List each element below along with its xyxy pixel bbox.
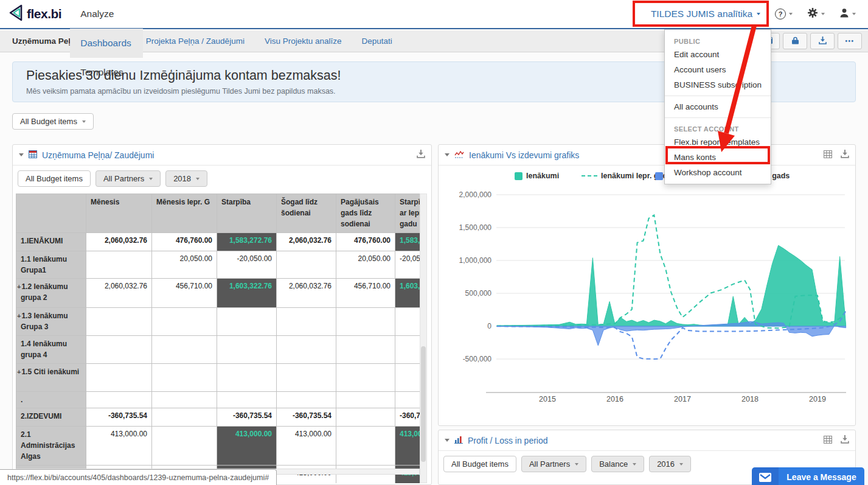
help-menu[interactable]: ?: [775, 9, 793, 19]
more-actions-button[interactable]: •••: [838, 33, 862, 49]
status-url-tooltip: https://flex.bi/bi/accounts/405/dashboar…: [0, 469, 277, 485]
vertical-scrollbar[interactable]: [420, 194, 427, 483]
user-menu[interactable]: [839, 8, 856, 20]
settings-menu[interactable]: [807, 7, 825, 21]
table-cell: 456,710.00: [152, 279, 217, 308]
expand-icon[interactable]: +: [17, 368, 21, 375]
table-cell: -360,735.54: [217, 408, 277, 427]
pl-table-wrap: MēnesisMēnesis Iepr. GStarpībaŠogad līdz…: [16, 194, 420, 483]
collapse-chevron-icon[interactable]: [445, 439, 450, 442]
column-header-ogad-l-dz-odienai: Šogad līdz šodienai: [277, 194, 336, 233]
export-dashboard-button[interactable]: [810, 33, 835, 49]
pl-table-filters: All Budget itemsAll Partners2018: [13, 166, 431, 192]
chart-panel-header: Ienākumi Vs izdevumi grafiks: [439, 145, 855, 166]
download-icon[interactable]: [841, 150, 849, 161]
user-icon: [839, 8, 849, 20]
table-cell: 476,760.00: [152, 233, 217, 251]
x-axis-label: 2019: [809, 395, 826, 403]
table-cell: [336, 427, 395, 466]
menu-item-business-subscription[interactable]: BUSINESS subscription: [665, 77, 771, 92]
collapse-chevron-icon[interactable]: [445, 153, 450, 156]
y-axis-label: 0: [487, 322, 491, 330]
table-cell: [86, 392, 152, 408]
tab-visu-projektu-anal-ze[interactable]: Visu Projektu analīze: [265, 37, 342, 46]
x-axis-label: 2015: [539, 395, 556, 403]
profit-filter-all-budget-items[interactable]: All Budget items: [443, 456, 516, 472]
account-switcher[interactable]: TILDES JUMIS analītika: [651, 9, 760, 19]
download-icon[interactable]: [417, 150, 425, 161]
table-row-1-ien-kumi: 1.IENĀKUMI2,060,032.76476,760.001,583,27…: [16, 233, 420, 251]
profit-filter-balance[interactable]: Balance: [591, 456, 644, 472]
menu-item-workshop-account[interactable]: Workshop account: [665, 165, 771, 180]
pl-table-panel-title[interactable]: Uzņēmuma Peļņa/ Zaudējumi: [42, 150, 154, 160]
caret-down-icon: [789, 13, 793, 15]
nav-item-dashboards[interactable]: Dashboards: [70, 29, 143, 58]
table-cell: -360,735.54: [277, 408, 336, 427]
x-axis-label: 2016: [606, 395, 623, 403]
table-cell: [277, 308, 336, 336]
global-budget-items-filter[interactable]: All Budget items: [12, 113, 94, 130]
table-cell: 1,583,272.76: [395, 233, 420, 251]
table-cell: [336, 336, 395, 364]
pl-table-filter-all-partners[interactable]: All Partners: [95, 170, 161, 187]
table-cell: 2,060,032.76: [86, 279, 152, 308]
legend-item-ien-kumi[interactable]: Ienākumi: [515, 172, 559, 180]
column-header-pag-ju-ais-gads-l-dz-sodienai: Pagājušais gads līdz sodienai: [336, 194, 395, 233]
table-cell: [152, 308, 217, 336]
y-axis-label: 1,000,000: [459, 256, 492, 265]
profit-filter-all-partners[interactable]: All Partners: [521, 456, 586, 472]
table-cell: -20,050.00: [395, 251, 420, 279]
pl-table-filter-all-budget-items[interactable]: All Budget items: [18, 170, 91, 187]
nav-item-analyze[interactable]: Analyze: [70, 0, 143, 29]
tab-deputati[interactable]: Deputati: [361, 37, 392, 46]
menu-item-flex-bi-report-templates[interactable]: Flex.bi report templates: [665, 134, 771, 150]
table-cell: 1,603,322.76: [217, 279, 277, 308]
y-axis-label: 1,500,000: [459, 223, 492, 232]
pl-table-panel-header: Uzņēmuma Peļņa/ Zaudējumi: [13, 145, 431, 166]
column-header-m-nesis-iepr-g: Mēnesis Iepr. G: [152, 194, 217, 233]
gear-icon: [807, 7, 818, 21]
table-cell: 2,060,032.76: [86, 233, 152, 251]
bar-chart-icon: [454, 435, 463, 446]
chart-panel-title[interactable]: Ienākumi Vs izdevumi grafiks: [469, 150, 579, 160]
expand-icon[interactable]: +: [17, 283, 21, 290]
filter-label: All Partners: [103, 174, 144, 183]
row-header: 1.IENĀKUMI: [16, 233, 86, 251]
menu-item-all-accounts[interactable]: All accounts: [665, 99, 771, 114]
caret-down-icon: [575, 463, 578, 466]
filter-label: All Partners: [529, 459, 570, 469]
expand-icon[interactable]: +: [17, 312, 21, 319]
table-view-icon[interactable]: [824, 435, 832, 446]
menu-item-edit-account[interactable]: Edit account: [665, 47, 771, 62]
caret-down-icon: [633, 463, 636, 466]
column-header-starp-ba-ar-iepr-gadu: Starpība ar Iepr. gadu: [395, 194, 420, 233]
table-view-icon[interactable]: [824, 150, 832, 161]
profit-filter-2016[interactable]: 2016: [649, 456, 691, 472]
download-icon: [819, 37, 827, 46]
table-row-1-3-ien-kumu-grupa-3: +1.3 Ienākumu Grupa 3: [16, 308, 420, 336]
flexbi-logo[interactable]: flex.bi: [0, 4, 70, 24]
lock-dashboard-button[interactable]: [783, 33, 807, 49]
pl-table-filter-2018[interactable]: 2018: [165, 170, 207, 187]
tab-projekta-pe-a-zaud-jumi[interactable]: Projekta Peļņa / Zaudējumi: [146, 37, 245, 46]
table-cell: [277, 251, 336, 279]
menu-item-mans-konts[interactable]: Mans konts: [665, 150, 771, 165]
menu-divider: [665, 117, 771, 118]
leave-message-button[interactable]: Leave a Message: [752, 467, 864, 485]
pl-table-panel: Uzņēmuma Peļņa/ Zaudējumi All Budget ite…: [12, 144, 432, 485]
row-header: +1.5 Citi ienākumi: [16, 364, 86, 392]
vertical-scrollbar-thumb[interactable]: [421, 346, 426, 462]
line-chart-icon: [454, 150, 464, 161]
menu-item-account-users[interactable]: Account users: [665, 62, 771, 77]
caret-down-icon: [82, 120, 86, 123]
table-row-1-2-ien-kumu-grupa-2: +1.2 Ienākumu grupa 22,060,032.76456,710…: [16, 279, 420, 308]
account-name: TILDES JUMIS analītika: [651, 9, 752, 19]
envelope-icon: [752, 467, 779, 485]
nav-item-templates[interactable]: Templates: [70, 58, 143, 87]
leave-message-label: Leave a Message: [779, 467, 864, 485]
collapse-chevron-icon[interactable]: [19, 153, 24, 156]
flexbi-dashboard-screen: flex.bi HomeSource DataAnalyzeDashboards…: [0, 0, 868, 485]
x-axis-label: 2017: [674, 395, 691, 403]
profit-panel-title[interactable]: Profit / Loss in period: [468, 436, 548, 445]
download-icon[interactable]: [841, 435, 849, 446]
